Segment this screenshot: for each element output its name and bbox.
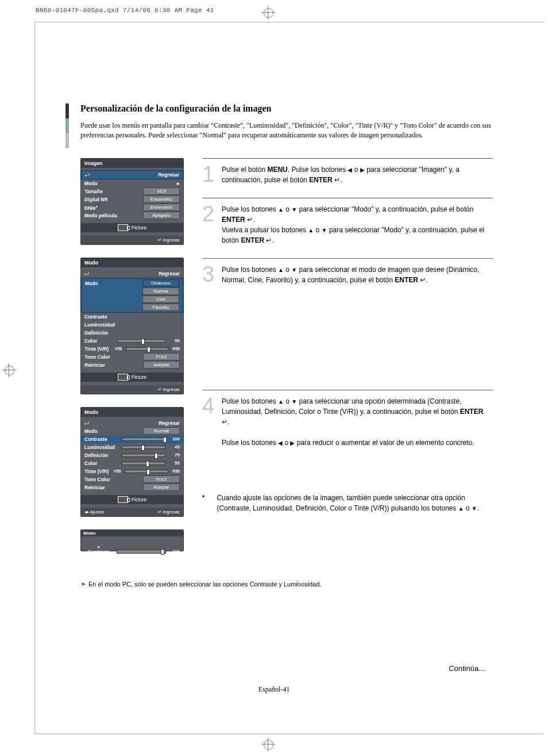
osd-modo-list: Modo ⮐ Regresar Modo Dinámico Normal Cin… — [80, 258, 184, 394]
osd-option: Cine — [142, 296, 179, 303]
osd-item-modo: Modo — [85, 279, 98, 287]
osd-column: Imagen ⮐ Regresar Modo▸ Tamaño16:9 Digit… — [80, 158, 184, 564]
page: BN68-01047F-00Spa.qxd 7/14/06 8:30 AM Pa… — [0, 0, 548, 756]
osd-tinte-right: R50 — [172, 469, 180, 473]
enter-icon: ↵ — [420, 276, 426, 284]
slider-thumb-icon — [161, 549, 164, 555]
enter-icon: ↵ — [266, 236, 272, 244]
step-text: Pulse los botones ▲ o ▼ para seleccionar… — [222, 396, 493, 448]
osd-item: Definición — [84, 452, 118, 458]
osd-value: Encendido — [143, 204, 180, 211]
osd-value: 50 — [169, 338, 180, 343]
section-accent-icon — [65, 103, 69, 148]
slider-thumb-icon — [141, 339, 145, 344]
registration-mark-icon — [261, 738, 275, 751]
slider-track — [117, 550, 166, 554]
osd-item: Contraste — [84, 313, 107, 321]
osd-item: Color — [84, 460, 118, 466]
slider-thumb-icon — [141, 445, 145, 451]
content-area: Personalización de la configuración de l… — [68, 103, 493, 588]
divider — [202, 390, 493, 390]
osd-item: Reiniciar — [84, 483, 105, 492]
enter-icon: ↵ — [247, 216, 253, 224]
slider-track — [122, 446, 165, 449]
left-arrow-icon: ◀ — [278, 440, 283, 446]
osd-category: Picture — [132, 497, 146, 502]
osd-item-modo: Modo — [84, 179, 98, 187]
slider-track — [122, 462, 165, 465]
enter-icon: ↵ — [158, 237, 162, 243]
osd-item: Reiniciar — [84, 361, 105, 369]
tv-icon — [118, 374, 128, 381]
osd-item: ▴Contraste▾ — [84, 543, 113, 561]
osd-value: 45 — [169, 444, 180, 450]
osd-foot-ingresar: ↵Ingresar — [158, 509, 180, 515]
step-number: 2 — [202, 204, 222, 245]
osd-value: Frío1 — [143, 353, 180, 360]
osd-item-tamano: Tamaño — [84, 187, 103, 195]
return-icon: ⮐ — [84, 419, 90, 427]
note-text: Cuando ajuste las opciones de la imagen,… — [217, 493, 493, 513]
osd-value: Encendido — [143, 195, 180, 203]
down-arrow-icon: ▼ — [291, 206, 297, 213]
osd-tinte-left: V50 — [115, 347, 122, 351]
osd-value: 16:9 — [143, 187, 180, 195]
osd-item-pelicula: Modo película — [84, 212, 117, 220]
down-arrow-icon: ▼ — [322, 227, 327, 233]
enter-icon: ↵ — [158, 387, 162, 392]
enter-icon: ↵ — [334, 176, 340, 184]
osd-regresar: Regresar — [159, 419, 180, 427]
crop-mark — [34, 22, 35, 734]
step-1: 1 Pulse el botón MENU. Pulse los botones… — [202, 164, 493, 185]
osd-title: Modo — [81, 530, 183, 536]
return-icon: ⮐ — [84, 270, 90, 278]
osd-item-dnie: DNIe● — [84, 202, 98, 212]
file-header: BN68-01047F-00Spa.qxd 7/14/06 8:30 AM Pa… — [36, 7, 214, 14]
osd-foot-ingresar: ↵Ingresar — [158, 387, 180, 392]
slider-track — [122, 438, 165, 441]
right-arrow-icon: ▶ — [360, 167, 365, 173]
registration-mark-icon — [2, 363, 16, 377]
registration-mark-icon — [261, 6, 275, 20]
step-text: Pulse los botones ▲ o ▼ para seleccionar… — [222, 264, 493, 285]
osd-item: Luminosidad — [84, 321, 115, 329]
osd-value: 100 — [169, 549, 180, 554]
tv-icon — [118, 224, 128, 231]
note-marker-icon: ➣ — [80, 580, 86, 588]
osd-item: Color — [84, 338, 113, 344]
step-3: 3 Pulse los botones ▲ o ▼ para seleccion… — [202, 264, 493, 285]
step-4: 4 Pulse los botones ▲ o ▼ para seleccion… — [202, 396, 493, 448]
divider — [202, 258, 493, 259]
up-arrow-icon: ▲ — [278, 398, 284, 405]
intro-paragraph: Puede usar los menús en pantalla para ca… — [80, 121, 493, 141]
step-2: 2 Pulse los botones ▲ o ▼ para seleccion… — [202, 204, 493, 245]
crop-mark — [34, 22, 543, 22]
slider-thumb-icon — [146, 461, 149, 467]
osd-option: Dinámico — [142, 279, 179, 287]
slider-thumb-icon — [155, 453, 158, 459]
slider-track — [125, 470, 168, 473]
step-text: Pulse los botones ▲ o ▼ para seleccionar… — [222, 204, 493, 245]
slider-track — [122, 454, 165, 457]
osd-value: Apagado — [143, 212, 180, 219]
osd-regresar: Regresar — [159, 270, 180, 278]
slider-thumb-icon — [147, 347, 150, 352]
osd-value: Aceptar — [143, 483, 180, 491]
osd-title: Modo — [81, 408, 183, 417]
up-arrow-icon: ▲ — [308, 227, 314, 233]
osd-title: Modo — [81, 258, 183, 267]
osd-item: Tinte (V/R) — [84, 469, 112, 474]
slider-track — [126, 347, 168, 351]
chevron-right-icon: ▸ — [177, 179, 180, 187]
osd-foot-ingresar: ↵Ingresar — [158, 237, 180, 243]
tv-icon — [118, 496, 128, 503]
osd-value: Frío1 — [143, 475, 180, 483]
steps-column: 1 Pulse el botón MENU. Pulse los botones… — [202, 158, 493, 564]
osd-modo-sliders: Modo ⮐ Regresar ModoNormal Contraste100 … — [80, 407, 184, 517]
osd-item: Tono Color — [84, 353, 110, 361]
osd-category: Picture — [132, 374, 146, 380]
osd-regresar: Regresar — [158, 171, 179, 179]
osd-tinte-right: R50 — [172, 347, 180, 351]
osd-option: Normal — [142, 287, 179, 295]
osd-item: Definición — [84, 329, 108, 337]
